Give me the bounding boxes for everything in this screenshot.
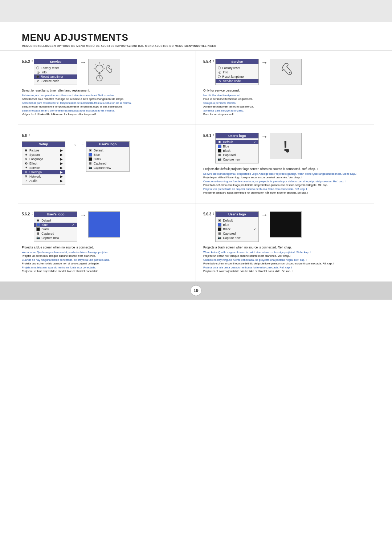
menu-item[interactable]: 📷 Capture new (216, 236, 258, 240)
item-label: Reset lamptimer (222, 75, 245, 78)
userlogo-icon: ▤ (24, 170, 28, 174)
desc-it: Proietta uno schermo blu quando non ci s… (22, 262, 188, 266)
svg-point-0 (96, 65, 103, 72)
language-icon: ⊕ (24, 157, 28, 161)
up-arrow-icon: ↕ (28, 133, 30, 137)
menu-item[interactable]: ▦ Captured (216, 231, 258, 236)
menu-item[interactable]: ◈ System ▶ (22, 153, 65, 157)
menu-item-highlighted[interactable]: ▣ Default ✓ (216, 140, 258, 144)
menu-item[interactable]: Black (216, 149, 258, 153)
wrench-preview-img (270, 59, 302, 85)
row-562-563: 5.6.2 ↕ User's logo ▣ Default Blue (18, 203, 374, 281)
item-label: Capture new (223, 158, 240, 161)
menu-item[interactable]: ⊞ Network ▶ (22, 174, 65, 179)
item-label: Black (223, 227, 230, 231)
desc-es: Sólo para personal técnico. (203, 101, 370, 105)
menu-item[interactable]: ▣ Picture ▶ (22, 148, 65, 153)
menu-item[interactable]: Blue (216, 144, 258, 149)
desc-no: Projiserer et blått skjermbilde når det … (22, 270, 188, 274)
desc-no: Projiserer standard logoskjermbilde for … (203, 191, 370, 195)
item-label: Language (29, 157, 43, 161)
item-label: System (29, 153, 40, 157)
info-icon: ◎ (36, 70, 40, 74)
screen-icon: ▣ (218, 219, 221, 222)
screen-icon: ▣ (89, 149, 92, 152)
subtitle-langs: MENUEINSTELLUNGEN OPTIONS DE MENU MENÚ D… (22, 44, 370, 48)
setup-section: Setup ▣ Picture ▶ ◈ System ▶ (22, 141, 188, 185)
menu-box-561: User's logo ▣ Default ✓ Blue (215, 133, 259, 163)
desc-no: Velges for å tilbakestille telleverket f… (22, 113, 188, 117)
menu-item[interactable]: ◐ Effect ▶ (22, 161, 65, 166)
menu-item[interactable]: Factory reset (216, 66, 258, 70)
submenu-arrow-icon: ▶ (60, 162, 63, 165)
menu-item[interactable]: 📷 Capture new (34, 236, 77, 240)
menu-item[interactable]: Factory reset (34, 66, 77, 70)
menu-item[interactable]: Blue (216, 223, 258, 227)
desc-fr: Projette un écran bleu lorsque aucune so… (22, 254, 188, 258)
service-preview-img (88, 59, 120, 85)
check-icon: ✓ (253, 227, 256, 231)
item-label: Default (223, 140, 233, 144)
menu-item[interactable]: ◎ Info (216, 70, 258, 74)
menu-body-553: Factory reset ◎ Info Reset lamptimer (34, 64, 77, 85)
menu-item[interactable]: Blue (86, 153, 129, 157)
menu-title-561: User's logo (216, 133, 258, 138)
desc-fr: Projette par défaut l'écran logo lorsque… (203, 176, 370, 180)
captured-icon: ▦ (36, 232, 40, 235)
screen-icon: ▣ (218, 140, 221, 144)
menu-item-highlighted[interactable]: Reset lamptimer (34, 74, 77, 79)
svg-line-4 (103, 64, 104, 65)
menu-item[interactable]: ◎ Info (34, 70, 77, 74)
desc-en: Projects the default projector logo scre… (203, 167, 370, 171)
title-section: MENU ADJUSTMENTS MENUEINSTELLUNGEN OPTIO… (0, 22, 392, 51)
menu-item-highlighted[interactable]: ▤ Userlogo ▶ (22, 170, 65, 174)
menu-item[interactable]: ✦ Service ▶ (22, 166, 65, 170)
item-label: Blue (41, 223, 48, 227)
menu-item[interactable]: ⊙ Service code (34, 79, 77, 83)
desc-de: Wenn keine Quelle angeschlossen ist, wir… (203, 251, 370, 255)
desc-de: Wenn keine Quelle angeschlossen ist, wir… (22, 251, 188, 255)
menu-item[interactable]: ▣ Default (216, 218, 258, 223)
black-swatch (36, 227, 40, 231)
menu-item[interactable]: ▦ Captured (34, 231, 77, 236)
menu-item[interactable]: 📷 Capture new (86, 166, 129, 170)
up-arrow-icon: ↕ (213, 133, 215, 137)
menu-title-554: Service (216, 59, 258, 64)
menu-item[interactable]: ▣ Default (86, 148, 129, 153)
menu-body-56: ▣ Picture ▶ ◈ System ▶ ⊕ Lan (22, 147, 65, 185)
desc-block-563: Projects a black screen when no source i… (203, 246, 370, 274)
item-label: Black (223, 149, 230, 153)
desc-it: Proietta lo schermo con il logo predefin… (203, 183, 370, 187)
menu-item-highlighted[interactable]: Blue ✓ (34, 223, 77, 227)
submenu-arrow-icon: ▶ (60, 175, 63, 178)
menu-item[interactable]: ▦ Captured (86, 161, 129, 166)
arrow-right-icon: → (261, 59, 268, 66)
menu-title-553: Service (34, 59, 77, 64)
up-arrow-icon: ↕ (82, 141, 84, 145)
menu-item[interactable]: ▦ Captured (216, 153, 258, 157)
menu-body-563: ▣ Default Blue Black ✓ (216, 217, 258, 242)
menu-item[interactable]: 📷 Capture new (216, 157, 258, 162)
section-56-header: 5.6 ↕ (22, 133, 188, 138)
section-563: 5.6.3 ↕ User's logo ▣ Default Blue (196, 203, 374, 281)
top-bar (0, 0, 392, 22)
page-footer: 19 (0, 281, 392, 300)
menu-item[interactable]: Black (34, 227, 77, 231)
menu-box-553: Service Factory reset ◎ Info (34, 59, 77, 85)
section-554-num: 5.5.4 (203, 60, 211, 64)
service-icon: ✦ (24, 166, 28, 170)
desc-block-562: Projects a blue screen when no source is… (22, 246, 188, 274)
menu-item[interactable]: Reset lamptimer (216, 74, 258, 79)
info-icon: ◎ (218, 70, 221, 74)
menu-item[interactable]: Black ✓ (216, 227, 258, 231)
screen-icon: ▣ (36, 219, 40, 222)
menu-item[interactable]: ⊕ Language ▶ (22, 157, 65, 161)
item-label: Captured (41, 232, 54, 235)
desc-fr: Projette un écran noir lorsque aucune so… (203, 254, 370, 258)
section-553: 5.5.3 ↕ Service Factory reset ◎ Info (18, 51, 196, 125)
menu-item-highlighted[interactable]: ⊙ Service code (216, 79, 258, 83)
menu-item[interactable]: ♪ Audio ▶ (22, 179, 65, 183)
menu-item[interactable]: Black (86, 157, 129, 161)
menu-item[interactable]: ▣ Default (34, 218, 77, 223)
dot-icon (218, 66, 221, 69)
